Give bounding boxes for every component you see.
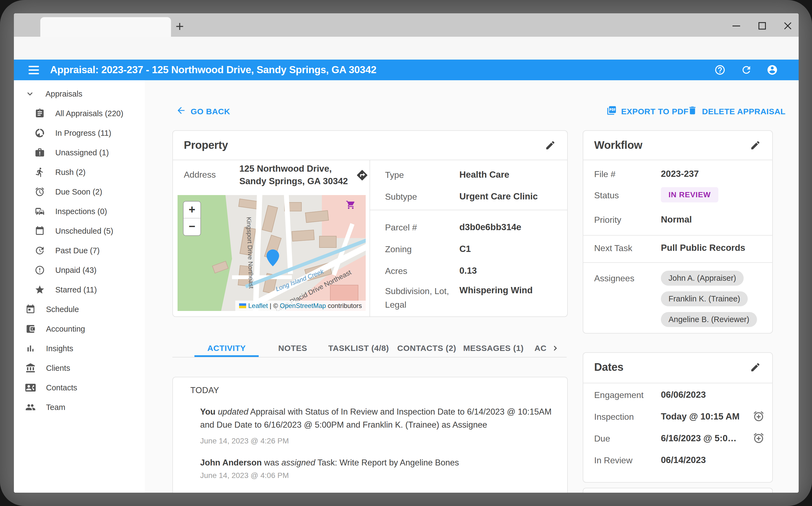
clock-update-icon [35, 245, 45, 256]
map-marker-icon[interactable] [267, 249, 279, 266]
sidebar-item-schedule[interactable]: Schedule [14, 300, 145, 319]
tab-messages[interactable]: MESSAGES (1) [463, 340, 524, 356]
divider [173, 160, 567, 160]
refresh-icon[interactable] [741, 64, 752, 76]
sidebar-item-accounting[interactable]: Accounting [14, 319, 145, 339]
address-label: Address [184, 168, 216, 181]
sidebar-item-inspections[interactable]: Inspections (0) [14, 201, 145, 221]
priority-value: Normal [661, 213, 692, 226]
zoom-in-button[interactable]: + [184, 201, 200, 219]
file-label: File # [594, 168, 615, 180]
leaflet-link[interactable]: Leaflet [248, 302, 268, 310]
inspection-label: Inspection [594, 411, 634, 423]
assignee-chip[interactable]: Franklin K. (Trainee) [661, 291, 748, 306]
file-value: 2023-237 [661, 168, 699, 180]
osm-link[interactable]: OpenStreetMap [280, 302, 326, 310]
tab-truncated[interactable]: AC [535, 340, 547, 356]
due-value: 6/16/2023 @ 5:0… [661, 432, 737, 444]
sidebar-item-label: Insights [46, 344, 73, 353]
help-icon[interactable] [714, 64, 726, 76]
zoning-label: Zoning [385, 243, 412, 255]
status-badge: IN REVIEW [661, 187, 718, 202]
sidebar-item-in-progress[interactable]: In Progress (11) [14, 123, 145, 143]
clipboard-icon [35, 108, 45, 118]
sidebar-item-label: Team [46, 403, 65, 412]
dates-card-title: Dates [594, 361, 623, 373]
sidebar-item-starred[interactable]: Starred (11) [14, 280, 145, 300]
alarm-add-icon[interactable] [753, 410, 765, 422]
activity-entry: You updated Appraisal with Status of In … [200, 405, 557, 431]
sidebar-item-due-soon[interactable]: Due Soon (2) [14, 182, 145, 201]
tab-activity[interactable]: ACTIVITY [207, 340, 246, 356]
progress-pie-icon [35, 128, 45, 138]
ukraine-flag-icon [239, 303, 246, 308]
account-icon[interactable] [766, 64, 778, 76]
sidebar-item-all-appraisals[interactable]: All Appraisals (220) [14, 104, 145, 123]
chevron-right-icon[interactable] [550, 343, 560, 353]
zoom-out-button[interactable]: − [184, 219, 200, 235]
sidebar-item-label: Past Due (7) [55, 246, 100, 255]
sidebar-section-label: Appraisals [46, 89, 82, 98]
status-label: Status [594, 189, 619, 201]
map-road [253, 195, 263, 311]
sidebar-item-label: Inspections (0) [55, 207, 107, 216]
assignee-chip[interactable]: Angeline B. (Reviewer) [661, 312, 757, 327]
sidebar-item-label: Accounting [46, 325, 85, 334]
sidebar-item-label: Contacts [46, 383, 77, 392]
delete-appraisal-button[interactable]: DELETE APPRAISAL [687, 105, 786, 117]
tab-notes[interactable]: NOTES [278, 340, 307, 356]
sidebar-item-unassigned[interactable]: Unassigned (1) [14, 143, 145, 162]
export-to-pdf-button[interactable]: EXPORT TO PDF [606, 105, 689, 117]
tab-tasklist[interactable]: TASKLIST (4/8) [328, 340, 389, 356]
edit-property-icon[interactable] [545, 140, 556, 151]
runner-icon [35, 167, 45, 177]
sidebar-item-label: In Progress (11) [55, 129, 111, 138]
subtype-label: Subtype [385, 190, 417, 203]
workflow-card-title: Workflow [594, 139, 642, 151]
sidebar-item-clients[interactable]: Clients [14, 358, 145, 378]
map-building [330, 285, 358, 301]
edit-dates-icon[interactable] [750, 362, 761, 373]
map-zoom-control: + − [183, 201, 201, 236]
divider [583, 262, 772, 263]
sidebar-item-insights[interactable]: Insights [14, 339, 145, 358]
browser-active-tab[interactable] [40, 17, 171, 37]
property-card-title: Property [184, 139, 228, 151]
sidebar-item-contacts[interactable]: Contacts [14, 378, 145, 398]
sidebar-item-unscheduled[interactable]: Unscheduled (5) [14, 221, 145, 241]
divider [369, 160, 370, 316]
sidebar-item-label: Due Soon (2) [55, 187, 103, 196]
inspection-value: Today @ 10:15 AM [661, 410, 740, 423]
go-back-button[interactable]: GO BACK [176, 105, 230, 117]
sidebar-section-appraisals[interactable]: Appraisals [14, 84, 145, 104]
acres-value: 0.13 [459, 264, 477, 277]
error-circle-icon [35, 265, 45, 275]
sidebar-item-label: Unassigned (1) [55, 148, 109, 157]
sidebar-item-unpaid[interactable]: Unpaid (43) [14, 260, 145, 280]
in-review-label: In Review [594, 454, 632, 467]
sidebar-item-rush[interactable]: Rush (2) [14, 162, 145, 182]
map-building [319, 236, 337, 248]
arrow-back-icon [176, 105, 186, 117]
maximize-button[interactable] [757, 20, 768, 31]
map-building [262, 205, 278, 232]
assignee-chip[interactable]: John A. (Appraiser) [661, 271, 744, 286]
sidebar-item-team[interactable]: Team [14, 398, 145, 417]
new-tab-button[interactable]: + [174, 21, 186, 33]
active-tab-underline [194, 355, 259, 357]
minimize-button[interactable] [731, 20, 742, 31]
screenshot-root: + Apprais [0, 0, 812, 506]
edit-workflow-icon[interactable] [750, 140, 761, 151]
menu-icon[interactable] [28, 65, 39, 75]
close-button[interactable] [782, 20, 793, 31]
tab-bar: ACTIVITY NOTES TASKLIST (4/8) CONTACTS (… [173, 340, 567, 357]
zoning-value: C1 [459, 243, 471, 255]
sidebar-item-past-due[interactable]: Past Due (7) [14, 241, 145, 260]
bar-chart-icon [25, 343, 36, 354]
directions-icon[interactable] [356, 169, 368, 181]
sidebar-item-label: Unpaid (43) [55, 266, 97, 275]
divider [583, 160, 772, 160]
tab-contacts[interactable]: CONTACTS (2) [397, 340, 456, 356]
map[interactable]: Kingsport Drive Northeast Long Island Cr… [178, 195, 366, 311]
alarm-add-icon[interactable] [753, 432, 765, 444]
